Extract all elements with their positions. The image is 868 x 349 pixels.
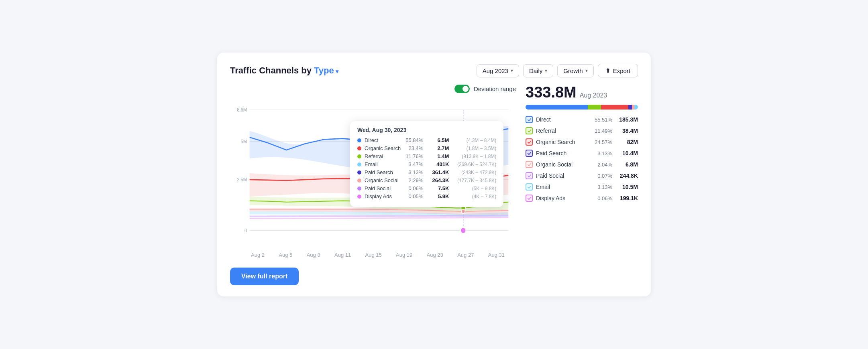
legend-check-icon: [526, 150, 533, 157]
tooltip-val: 264.3K: [426, 177, 449, 183]
stacked-bar-segment: [601, 105, 629, 110]
tooltip-pct: 0.06%: [404, 185, 423, 191]
tooltip-val: 361.4K: [426, 169, 449, 175]
tooltip-val: 2.7M: [426, 145, 449, 151]
legend-item[interactable]: Display Ads 0.06% 199.1K: [526, 195, 638, 202]
title-chevron-icon[interactable]: ▾: [336, 68, 338, 75]
export-icon: ⬆: [605, 67, 611, 74]
legend-channel-name: Organic Social: [536, 161, 590, 168]
tooltip-channel-name: Organic Social: [365, 177, 401, 183]
tooltip-pct: 23.4%: [404, 145, 423, 151]
view-full-report-button[interactable]: View full report: [230, 268, 299, 285]
tooltip-channel-name: Email: [365, 161, 401, 167]
tooltip-date: Wed, Aug 30, 2023: [357, 127, 496, 133]
total-section: 333.8M Aug 2023: [526, 85, 638, 100]
deviation-range-toggle[interactable]: [454, 85, 470, 93]
legend-item[interactable]: Direct 55.51% 185.3M: [526, 116, 638, 123]
tooltip-channel-name: Paid Search: [365, 169, 401, 175]
chart-tooltip: Wed, Aug 30, 2023 Direct 55.84% 6.5M (4.…: [350, 121, 503, 207]
tooltip-val: 6.5M: [426, 137, 449, 143]
tooltip-range: (243K – 472.9K): [452, 170, 496, 175]
legend-value: 6.8M: [615, 161, 638, 168]
legend-pct: 2.04%: [593, 162, 612, 168]
date-picker-button[interactable]: Aug 2023 ▾: [477, 64, 519, 77]
legend-pct: 0.07%: [593, 173, 612, 179]
tooltip-dot: [357, 162, 361, 166]
tooltip-val: 7.5K: [426, 185, 449, 191]
tooltip-dot: [357, 170, 361, 174]
stacked-bar-segment: [634, 105, 638, 110]
chart-section: Deviation range 8.6M 5M 2.5M 0: [230, 85, 516, 285]
legend-channel-name: Organic Search: [536, 139, 590, 145]
frequency-caret-icon: ▾: [545, 68, 547, 73]
tooltip-pct: 55.84%: [404, 137, 423, 143]
legend-check-icon: [526, 172, 533, 179]
legend-item[interactable]: Paid Search 3.13% 10.4M: [526, 150, 638, 157]
tooltip-range: (5K – 9.8K): [452, 186, 496, 191]
header-controls: Aug 2023 ▾ Daily ▾ Growth ▾ ⬆ Export: [477, 64, 638, 77]
tooltip-pct: 2.29%: [404, 177, 423, 183]
metric-caret-icon: ▾: [585, 68, 588, 73]
stacked-bar: [526, 105, 638, 110]
legend-check-icon: [526, 138, 533, 146]
legend-channel-name: Direct: [536, 116, 590, 123]
tooltip-dot: [357, 179, 361, 183]
legend-item[interactable]: Organic Search 24.57% 82M: [526, 138, 638, 146]
tooltip-channel-name: Direct: [365, 137, 401, 143]
deviation-toggle-row: Deviation range: [230, 85, 516, 93]
legend-value: 10.4M: [615, 150, 638, 156]
metric-label: Growth: [563, 67, 583, 74]
tooltip-dot: [357, 138, 361, 142]
legend-value: 10.5M: [615, 184, 638, 190]
tooltip-dot: [357, 187, 361, 191]
legend-check-icon: [526, 161, 533, 168]
stacked-bar-segment: [526, 105, 588, 110]
tooltip-pct: 0.05%: [404, 193, 423, 199]
export-button[interactable]: ⬆ Export: [598, 64, 638, 77]
card-header: Traffic Channels by Type▾ Aug 2023 ▾ Dai…: [230, 64, 638, 77]
tooltip-channel-name: Display Ads: [365, 193, 401, 199]
title-type[interactable]: Type: [314, 65, 334, 75]
legend-item[interactable]: Email 3.13% 10.5M: [526, 183, 638, 191]
right-panel: 333.8M Aug 2023 Direct 55.51% 185.3M Ref…: [526, 85, 638, 285]
tooltip-range: (1.8M – 3.5M): [452, 146, 496, 151]
frequency-button[interactable]: Daily ▾: [523, 64, 553, 77]
legend-pct: 0.06%: [593, 195, 612, 201]
tooltip-dot: [357, 146, 361, 150]
main-content: Deviation range 8.6M 5M 2.5M 0: [230, 85, 638, 285]
tooltip-pct: 3.13%: [404, 169, 423, 175]
tooltip-row: Paid Social 0.06% 7.5K (5K – 9.8K): [357, 185, 496, 191]
tooltip-range: (4.3M – 8.4M): [452, 138, 496, 143]
x-axis-labels: Aug 2 Aug 5 Aug 8 Aug 11 Aug 15 Aug 19 A…: [230, 250, 516, 258]
tooltip-range: (177.7K – 345.8K): [452, 178, 496, 183]
tooltip-val: 1.4M: [426, 153, 449, 159]
tooltip-row: Organic Search 23.4% 2.7M (1.8M – 3.5M): [357, 145, 496, 151]
legend-check-icon: [526, 127, 533, 134]
legend-value: 185.3M: [615, 116, 638, 123]
legend-pct: 3.13%: [593, 184, 612, 190]
legend-check-icon: [526, 116, 533, 123]
legend-item[interactable]: Referral 11.49% 38.4M: [526, 127, 638, 134]
tooltip-pct: 3.47%: [404, 161, 423, 167]
legend-check-icon: [526, 183, 533, 191]
legend-value: 82M: [615, 139, 638, 145]
chart-wrap: 8.6M 5M 2.5M 0: [230, 97, 516, 250]
svg-text:0: 0: [245, 227, 247, 233]
svg-point-13: [460, 227, 466, 233]
legend-item[interactable]: Organic Social 2.04% 6.8M: [526, 161, 638, 168]
legend-value: 199.1K: [615, 195, 638, 201]
tooltip-row: Referral 11.76% 1.4M (913.9K – 1.8M): [357, 153, 496, 159]
legend-channel-name: Paid Social: [536, 172, 590, 179]
legend-value: 244.8K: [615, 172, 638, 179]
tooltip-range: (269.6K – 524.7K): [452, 162, 496, 167]
title-prefix: Traffic Channels by: [230, 65, 314, 75]
tooltip-dot: [357, 154, 361, 158]
card-title: Traffic Channels by Type▾: [230, 65, 338, 76]
tooltip-row: Paid Search 3.13% 361.4K (243K – 472.9K): [357, 169, 496, 175]
legend-channel-name: Referral: [536, 128, 590, 134]
tooltip-row: Display Ads 0.05% 5.9K (4K – 7.8K): [357, 193, 496, 199]
frequency-label: Daily: [529, 67, 542, 74]
metric-button[interactable]: Growth ▾: [557, 64, 593, 77]
legend-pct: 24.57%: [593, 139, 612, 145]
legend-item[interactable]: Paid Social 0.07% 244.8K: [526, 172, 638, 179]
